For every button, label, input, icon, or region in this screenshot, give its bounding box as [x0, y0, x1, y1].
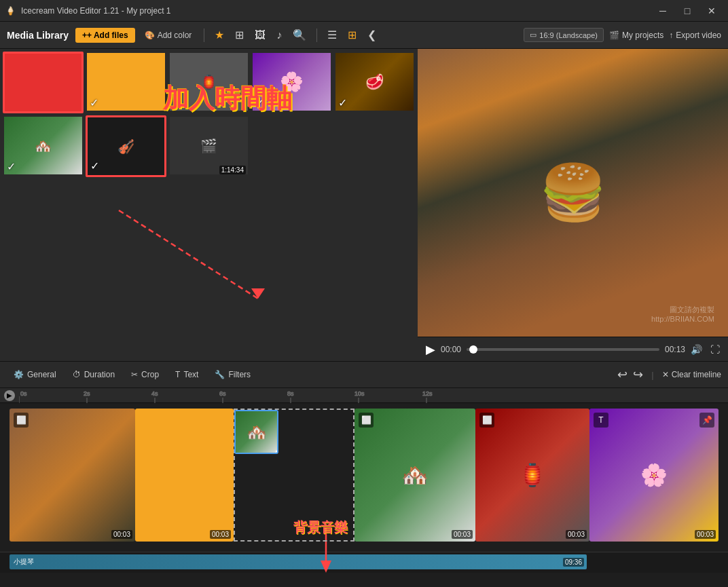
clip-mode-icon-3: ⬜: [359, 413, 374, 428]
separator-2: [316, 29, 317, 42]
play-button[interactable]: ▶: [426, 342, 435, 357]
add-files-label: + Add files: [87, 31, 128, 40]
clip-mode-icon-5: T: [594, 413, 608, 428]
svg-text:2s: 2s: [84, 390, 90, 397]
playback-controls: ▶ 00:00 00:13 🔊 ⛶: [418, 337, 728, 361]
app-title: Icecream Video Editor 1.21 - My project …: [21, 6, 171, 16]
audio-clip-label: 小提琴: [14, 557, 34, 567]
clip-yellow[interactable]: 00:03: [135, 409, 234, 542]
progress-bar[interactable]: [467, 348, 659, 351]
check-icon-4: ✓: [255, 96, 264, 109]
filters-label: Filters: [228, 370, 251, 379]
progress-handle[interactable]: [469, 345, 477, 354]
svg-text:12s: 12s: [422, 390, 433, 397]
app-icon: 🍦: [5, 6, 16, 16]
separator-1: [204, 29, 204, 42]
ruler-start-icon: ▶: [4, 390, 15, 401]
list-view-button[interactable]: ☰: [324, 26, 340, 43]
track-main: ⬜ 00:03 00:03 🏘️ ⬜ 00:03 🏮 ⬜ 00:03: [0, 403, 728, 552]
general-label: General: [27, 370, 56, 379]
svg-text:4s: 4s: [151, 390, 158, 397]
titlebar: 🍦 Icecream Video Editor 1.21 - My projec…: [0, 0, 728, 22]
svg-text:0s: 0s: [20, 390, 27, 397]
svg-marker-1: [251, 288, 265, 299]
annotation-bgm: 背景音樂: [293, 518, 348, 537]
ratio-button[interactable]: ▭ 16:9 (Landscape): [524, 28, 604, 42]
text-icon: T: [175, 370, 180, 379]
grid4-button[interactable]: ⊞: [232, 26, 247, 43]
track-audio: 小提琴 09:36: [0, 552, 728, 573]
media-item-2[interactable]: ✓: [86, 52, 166, 113]
tab-crop[interactable]: ✂ Crop: [124, 367, 166, 382]
close-button[interactable]: ✕: [701, 4, 723, 18]
add-files-icon: +: [82, 31, 87, 40]
video-duration: 1:14:34: [219, 166, 246, 174]
timeline-area: ▶ 0s 2s 4s 6s 8s 10s 12s: [0, 388, 728, 587]
image-filter-button[interactable]: 🖼: [251, 27, 269, 43]
content-area: ✓ 🏮 ✓ 🌸 ✓ 🥩 ✓ 🏘️ ✓ 🎻 ✓ 🎬: [0, 49, 728, 361]
tab-general[interactable]: ⚙️ General: [7, 367, 63, 382]
search-button[interactable]: 🔍: [289, 26, 310, 43]
media-item-4[interactable]: 🌸 ✓: [251, 52, 332, 113]
main-toolbar: Media Library + + Add files 🎨 Add color …: [0, 22, 728, 49]
clip-mode-icon-1: ⬜: [14, 413, 29, 428]
preview-watermark: 圖文請勿複製 http://BRIIAN.COM: [651, 305, 714, 323]
audio-clip[interactable]: 小提琴 09:36: [10, 554, 587, 569]
clip-flower[interactable]: 🌸 T 📌 00:03: [589, 409, 718, 542]
add-files-button[interactable]: + + Add files: [75, 28, 135, 43]
filters-icon: 🔧: [215, 370, 225, 379]
media-item-1[interactable]: [3, 52, 84, 113]
clip-burger[interactable]: ⬜ 00:03: [10, 409, 135, 542]
projects-icon: 🎬: [609, 31, 619, 40]
toolbar-right: ▭ 16:9 (Landscape) 🎬 My projects ↑ Expor…: [524, 28, 721, 42]
crop-label: Crop: [141, 370, 159, 379]
undo-button[interactable]: ↩: [617, 367, 627, 382]
ratio-icon: ▭: [530, 31, 536, 39]
dragged-clip[interactable]: 🏘️ ↖: [234, 410, 278, 454]
redo-button[interactable]: ↪: [633, 367, 643, 382]
ratio-label: 16:9 (Landscape): [539, 31, 598, 39]
media-library-label: Media Library: [7, 30, 69, 41]
clear-timeline-label: Clear timeline: [672, 370, 721, 379]
pin-icon: 📌: [699, 413, 714, 428]
clip-building[interactable]: 🏘️ ⬜ 00:03: [354, 409, 475, 542]
crop-icon: ✂: [131, 370, 138, 379]
separator-3: |: [651, 370, 653, 380]
export-button[interactable]: ↑ Export video: [669, 31, 721, 40]
tab-text[interactable]: T Text: [168, 367, 205, 382]
tab-duration[interactable]: ⏱ Duration: [66, 367, 122, 382]
star-filter-button[interactable]: ★: [211, 26, 228, 43]
media-item-3[interactable]: 🏮 ✓: [168, 52, 249, 113]
clip-container[interactable]: 🏮 ⬜ 00:03: [475, 409, 589, 542]
minimize-button[interactable]: ─: [652, 4, 674, 18]
total-time: 00:13: [665, 345, 685, 354]
edit-controls: ⚙️ General ⏱ Duration ✂ Crop T Text 🔧 Fi…: [0, 361, 728, 388]
export-label: Export video: [676, 31, 721, 40]
add-color-label: Add color: [158, 31, 192, 40]
clip-time-4: 00:03: [566, 530, 587, 539]
media-item-6[interactable]: 🏘️ ✓: [3, 115, 84, 177]
fullscreen-icon[interactable]: ⛶: [710, 344, 720, 355]
add-color-button[interactable]: 🎨 Add color: [139, 28, 198, 43]
maximize-button[interactable]: □: [676, 4, 698, 18]
music-filter-button[interactable]: ♪: [273, 27, 285, 43]
check-icon-2: ✓: [90, 96, 98, 109]
volume-icon[interactable]: 🔊: [691, 344, 702, 355]
clear-timeline-button[interactable]: ✕ Clear timeline: [662, 370, 721, 379]
media-item-8[interactable]: 🎬 1:14:34: [168, 115, 249, 177]
clear-icon: ✕: [662, 370, 669, 379]
my-projects-button[interactable]: 🎬 My projects: [609, 31, 663, 40]
tab-filters[interactable]: 🔧 Filters: [208, 367, 257, 382]
clip-time-2: 00:03: [210, 530, 231, 539]
preview-panel: 🍔 圖文請勿複製 http://BRIIAN.COM ▶ 00:00 00:13…: [418, 49, 728, 361]
clip-mode-icon-4: ⬜: [479, 413, 494, 428]
back-panel-button[interactable]: ❮: [364, 26, 380, 43]
clip-time-3: 00:03: [452, 530, 473, 539]
window-controls: ─ □ ✕: [652, 4, 723, 18]
grid-view-button[interactable]: ⊞: [344, 26, 360, 43]
media-item-7[interactable]: 🎻 ✓: [86, 115, 166, 177]
export-icon: ↑: [669, 31, 673, 40]
svg-text:8s: 8s: [287, 390, 294, 397]
svg-text:10s: 10s: [354, 390, 365, 397]
media-item-5[interactable]: 🥩 ✓: [334, 52, 415, 113]
